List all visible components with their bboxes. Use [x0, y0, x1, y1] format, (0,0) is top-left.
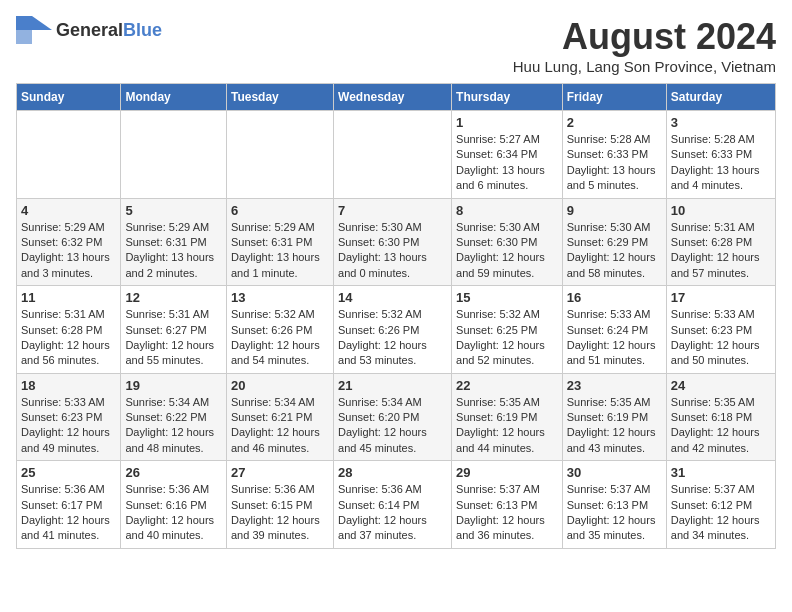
- header-row: SundayMondayTuesdayWednesdayThursdayFrid…: [17, 84, 776, 111]
- day-number: 5: [125, 203, 222, 218]
- header-tuesday: Tuesday: [226, 84, 333, 111]
- day-number: 15: [456, 290, 558, 305]
- day-number: 11: [21, 290, 116, 305]
- day-info: Sunrise: 5:32 AMSunset: 6:26 PMDaylight:…: [231, 307, 329, 369]
- day-number: 10: [671, 203, 771, 218]
- week-row-4: 25Sunrise: 5:36 AMSunset: 6:17 PMDayligh…: [17, 461, 776, 549]
- subtitle: Huu Lung, Lang Son Province, Vietnam: [513, 58, 776, 75]
- day-number: 2: [567, 115, 662, 130]
- day-number: 26: [125, 465, 222, 480]
- day-info: Sunrise: 5:34 AMSunset: 6:21 PMDaylight:…: [231, 395, 329, 457]
- day-info: Sunrise: 5:37 AMSunset: 6:12 PMDaylight:…: [671, 482, 771, 544]
- week-row-0: 1Sunrise: 5:27 AMSunset: 6:34 PMDaylight…: [17, 111, 776, 199]
- day-number: 16: [567, 290, 662, 305]
- week-row-2: 11Sunrise: 5:31 AMSunset: 6:28 PMDayligh…: [17, 286, 776, 374]
- day-cell: 31Sunrise: 5:37 AMSunset: 6:12 PMDayligh…: [666, 461, 775, 549]
- day-number: 23: [567, 378, 662, 393]
- day-cell: 7Sunrise: 5:30 AMSunset: 6:30 PMDaylight…: [334, 198, 452, 286]
- day-info: Sunrise: 5:31 AMSunset: 6:27 PMDaylight:…: [125, 307, 222, 369]
- day-info: Sunrise: 5:36 AMSunset: 6:14 PMDaylight:…: [338, 482, 447, 544]
- day-cell: 1Sunrise: 5:27 AMSunset: 6:34 PMDaylight…: [452, 111, 563, 199]
- day-info: Sunrise: 5:37 AMSunset: 6:13 PMDaylight:…: [456, 482, 558, 544]
- day-info: Sunrise: 5:33 AMSunset: 6:23 PMDaylight:…: [21, 395, 116, 457]
- week-row-1: 4Sunrise: 5:29 AMSunset: 6:32 PMDaylight…: [17, 198, 776, 286]
- day-cell: 28Sunrise: 5:36 AMSunset: 6:14 PMDayligh…: [334, 461, 452, 549]
- day-info: Sunrise: 5:37 AMSunset: 6:13 PMDaylight:…: [567, 482, 662, 544]
- header-friday: Friday: [562, 84, 666, 111]
- day-cell: 12Sunrise: 5:31 AMSunset: 6:27 PMDayligh…: [121, 286, 227, 374]
- day-number: 28: [338, 465, 447, 480]
- day-number: 19: [125, 378, 222, 393]
- day-cell: 21Sunrise: 5:34 AMSunset: 6:20 PMDayligh…: [334, 373, 452, 461]
- day-cell: 29Sunrise: 5:37 AMSunset: 6:13 PMDayligh…: [452, 461, 563, 549]
- day-cell: 8Sunrise: 5:30 AMSunset: 6:30 PMDaylight…: [452, 198, 563, 286]
- main-title: August 2024: [513, 16, 776, 58]
- day-info: Sunrise: 5:32 AMSunset: 6:26 PMDaylight:…: [338, 307, 447, 369]
- day-info: Sunrise: 5:35 AMSunset: 6:19 PMDaylight:…: [567, 395, 662, 457]
- calendar-table: SundayMondayTuesdayWednesdayThursdayFrid…: [16, 83, 776, 549]
- day-info: Sunrise: 5:35 AMSunset: 6:18 PMDaylight:…: [671, 395, 771, 457]
- day-cell: 3Sunrise: 5:28 AMSunset: 6:33 PMDaylight…: [666, 111, 775, 199]
- logo-general: General: [56, 20, 123, 41]
- day-number: 31: [671, 465, 771, 480]
- day-cell: 11Sunrise: 5:31 AMSunset: 6:28 PMDayligh…: [17, 286, 121, 374]
- day-number: 7: [338, 203, 447, 218]
- day-cell: 4Sunrise: 5:29 AMSunset: 6:32 PMDaylight…: [17, 198, 121, 286]
- day-number: 27: [231, 465, 329, 480]
- day-number: 14: [338, 290, 447, 305]
- page-header: General Blue August 2024 Huu Lung, Lang …: [16, 16, 776, 75]
- day-cell: 15Sunrise: 5:32 AMSunset: 6:25 PMDayligh…: [452, 286, 563, 374]
- day-info: Sunrise: 5:34 AMSunset: 6:22 PMDaylight:…: [125, 395, 222, 457]
- day-info: Sunrise: 5:27 AMSunset: 6:34 PMDaylight:…: [456, 132, 558, 194]
- day-cell: 9Sunrise: 5:30 AMSunset: 6:29 PMDaylight…: [562, 198, 666, 286]
- day-number: 4: [21, 203, 116, 218]
- day-number: 25: [21, 465, 116, 480]
- day-info: Sunrise: 5:29 AMSunset: 6:32 PMDaylight:…: [21, 220, 116, 282]
- logo: General Blue: [16, 16, 162, 44]
- day-cell: 20Sunrise: 5:34 AMSunset: 6:21 PMDayligh…: [226, 373, 333, 461]
- day-info: Sunrise: 5:31 AMSunset: 6:28 PMDaylight:…: [671, 220, 771, 282]
- day-number: 17: [671, 290, 771, 305]
- day-number: 21: [338, 378, 447, 393]
- day-cell: [226, 111, 333, 199]
- day-number: 6: [231, 203, 329, 218]
- day-cell: 16Sunrise: 5:33 AMSunset: 6:24 PMDayligh…: [562, 286, 666, 374]
- day-cell: 19Sunrise: 5:34 AMSunset: 6:22 PMDayligh…: [121, 373, 227, 461]
- day-cell: 25Sunrise: 5:36 AMSunset: 6:17 PMDayligh…: [17, 461, 121, 549]
- day-info: Sunrise: 5:29 AMSunset: 6:31 PMDaylight:…: [231, 220, 329, 282]
- day-cell: [121, 111, 227, 199]
- day-cell: 2Sunrise: 5:28 AMSunset: 6:33 PMDaylight…: [562, 111, 666, 199]
- day-cell: 17Sunrise: 5:33 AMSunset: 6:23 PMDayligh…: [666, 286, 775, 374]
- title-block: August 2024 Huu Lung, Lang Son Province,…: [513, 16, 776, 75]
- header-wednesday: Wednesday: [334, 84, 452, 111]
- day-cell: 6Sunrise: 5:29 AMSunset: 6:31 PMDaylight…: [226, 198, 333, 286]
- day-info: Sunrise: 5:30 AMSunset: 6:30 PMDaylight:…: [338, 220, 447, 282]
- week-row-3: 18Sunrise: 5:33 AMSunset: 6:23 PMDayligh…: [17, 373, 776, 461]
- day-info: Sunrise: 5:31 AMSunset: 6:28 PMDaylight:…: [21, 307, 116, 369]
- logo-icon: [16, 16, 52, 44]
- day-cell: [17, 111, 121, 199]
- day-cell: 22Sunrise: 5:35 AMSunset: 6:19 PMDayligh…: [452, 373, 563, 461]
- day-number: 9: [567, 203, 662, 218]
- svg-rect-1: [16, 30, 32, 44]
- day-info: Sunrise: 5:36 AMSunset: 6:16 PMDaylight:…: [125, 482, 222, 544]
- day-cell: 14Sunrise: 5:32 AMSunset: 6:26 PMDayligh…: [334, 286, 452, 374]
- logo-blue: Blue: [123, 20, 162, 41]
- day-cell: 13Sunrise: 5:32 AMSunset: 6:26 PMDayligh…: [226, 286, 333, 374]
- day-cell: [334, 111, 452, 199]
- day-info: Sunrise: 5:36 AMSunset: 6:17 PMDaylight:…: [21, 482, 116, 544]
- day-number: 13: [231, 290, 329, 305]
- day-number: 8: [456, 203, 558, 218]
- day-number: 1: [456, 115, 558, 130]
- day-number: 3: [671, 115, 771, 130]
- day-info: Sunrise: 5:35 AMSunset: 6:19 PMDaylight:…: [456, 395, 558, 457]
- day-number: 24: [671, 378, 771, 393]
- day-cell: 10Sunrise: 5:31 AMSunset: 6:28 PMDayligh…: [666, 198, 775, 286]
- day-cell: 27Sunrise: 5:36 AMSunset: 6:15 PMDayligh…: [226, 461, 333, 549]
- day-info: Sunrise: 5:33 AMSunset: 6:24 PMDaylight:…: [567, 307, 662, 369]
- header-sunday: Sunday: [17, 84, 121, 111]
- day-info: Sunrise: 5:28 AMSunset: 6:33 PMDaylight:…: [671, 132, 771, 194]
- header-monday: Monday: [121, 84, 227, 111]
- svg-marker-2: [32, 16, 52, 30]
- day-info: Sunrise: 5:28 AMSunset: 6:33 PMDaylight:…: [567, 132, 662, 194]
